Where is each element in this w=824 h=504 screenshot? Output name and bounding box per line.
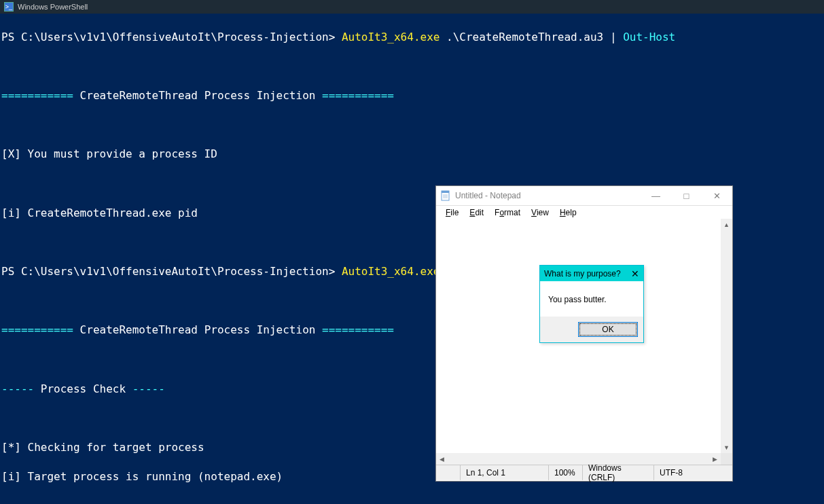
notepad-icon [440, 190, 451, 201]
scroll-right-icon[interactable]: ▶ [709, 453, 721, 465]
horizontal-scrollbar[interactable]: ◀ ▶ [436, 453, 732, 465]
dash-divider: ----- [1, 382, 34, 395]
messagebox-window: What is my purpose? ✕ You pass butter. O… [539, 265, 644, 343]
output-line: [X] You must provide a process ID [1, 147, 821, 162]
menu-format[interactable]: Format [489, 207, 526, 218]
powershell-icon: >_ [4, 2, 14, 12]
minimize-button[interactable]: ― [641, 186, 671, 206]
messagebox-body: You pass butter. [540, 281, 643, 317]
powershell-title: Windows PowerShell [18, 3, 88, 11]
menu-file[interactable]: File [440, 207, 464, 218]
prompt: PS C:\Users\v1v1\OffensiveAutoIt\Process… [1, 31, 335, 43]
prompt: PS C:\Users\v1v1\OffensiveAutoIt\Process… [1, 265, 335, 278]
command-arg: .\CreateRemoteThread.au3 | [446, 31, 616, 43]
scroll-down-icon[interactable]: ▼ [721, 442, 732, 453]
messagebox-title: What is my purpose? [544, 269, 621, 278]
status-lncol: Ln 1, Col 1 [460, 465, 548, 480]
messagebox-button-row: OK [540, 317, 643, 342]
menu-edit[interactable]: Edit [464, 207, 489, 218]
command-exe: AutoIt3_x64.exe [342, 31, 440, 43]
divider: =========== [1, 89, 73, 102]
messagebox-titlebar[interactable]: What is my purpose? ✕ [540, 266, 643, 281]
ok-button[interactable]: OK [578, 322, 638, 337]
status-encoding: UTF-8 [653, 465, 732, 480]
dash-divider: ----- [132, 382, 165, 395]
notepad-titlebar[interactable]: Untitled - Notepad ― □ ✕ [436, 186, 732, 206]
menu-view[interactable]: View [526, 207, 554, 218]
close-button[interactable]: ✕ [702, 186, 732, 206]
scroll-left-icon[interactable]: ◀ [436, 453, 448, 465]
header-text: CreateRemoteThread Process Injection [80, 323, 316, 336]
notepad-menubar: File Edit Format View Help [436, 206, 732, 219]
divider: =========== [1, 323, 73, 336]
status-zoom: 100% [548, 465, 582, 480]
divider: =========== [322, 89, 394, 102]
close-icon[interactable]: ✕ [631, 268, 639, 279]
status-crlf: Windows (CRLF) [582, 465, 653, 480]
command-out: Out-Host [623, 31, 675, 43]
notepad-statusbar: Ln 1, Col 1 100% Windows (CRLF) UTF-8 [436, 465, 732, 480]
command-exe: AutoIt3_x64.exe [342, 265, 440, 278]
powershell-titlebar[interactable]: >_ Windows PowerShell [0, 0, 824, 14]
notepad-title: Untitled - Notepad [455, 191, 641, 200]
maximize-button[interactable]: □ [671, 186, 702, 206]
section-label: Process Check [41, 382, 126, 395]
scroll-up-icon[interactable]: ▲ [721, 219, 732, 230]
menu-help[interactable]: Help [554, 207, 582, 218]
header-text: CreateRemoteThread Process Injection [80, 89, 316, 102]
svg-rect-1 [442, 191, 449, 193]
divider: =========== [322, 323, 394, 336]
vertical-scrollbar[interactable]: ▲ ▼ [721, 219, 732, 453]
scroll-corner [721, 453, 732, 465]
